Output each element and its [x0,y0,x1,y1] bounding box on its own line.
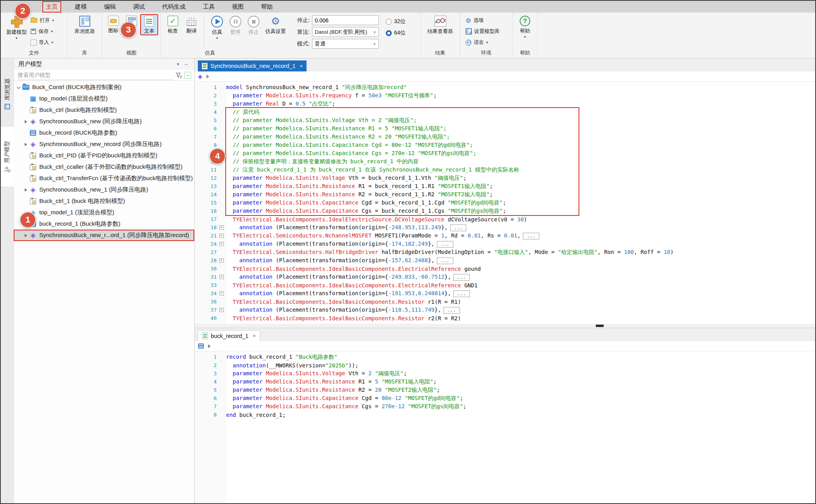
tree-item[interactable]: Buck_ctrl_1 (buck 电路控制模型) [14,195,194,207]
result-viewer-button[interactable]: 结果查看器 [424,15,456,35]
collapsed-code-box[interactable]: ... [523,233,539,239]
collapsed-code-box[interactable]: ... [453,290,470,297]
options-button[interactable]: ⚙ 选项 [466,16,500,25]
fold-marker-icon[interactable]: + [217,234,226,238]
save-button[interactable]: 保存 ▾ [31,27,54,36]
menu-item-视图[interactable]: 视图 [229,2,246,12]
tree-item[interactable]: ◈SynchronousBuck_new (同步降压电路) [14,116,194,127]
line-number: 4 [195,379,217,385]
tree-expander-icon[interactable] [22,188,29,192]
code-line: 40 TYElectrical.BasicComponents.IdealBas… [195,314,815,322]
collapsed-code-box[interactable]: ... [437,257,453,264]
menu-item-帮助[interactable]: 帮助 [258,2,276,12]
collapsed-code-box[interactable]: ... [444,307,460,314]
sim-settings-button[interactable]: ⚙ 仿真设置 [263,15,288,35]
tree-item[interactable]: buck_record (BUCK电路参数) [14,127,194,139]
folder-icon [31,18,37,23]
tree-item[interactable]: buck_record_1 (Buck电路参数) [14,218,194,230]
library-browser-button[interactable]: 库浏览器 [72,15,97,35]
language-button[interactable]: 语言 ▾ [466,38,500,47]
search-input[interactable] [18,71,173,80]
fold-marker-icon[interactable]: + [217,225,226,230]
tree-item[interactable]: Buck_ctrl_TransferFcn (基于传递函数的buck电路控制模型… [14,173,194,184]
tree-item[interactable]: ◈SynchronousBuck_new_record (同步降压电路) [14,139,194,150]
code-text: // parameter Modelica.SIunits.Resistance… [226,125,447,132]
tab-buck-record-1[interactable]: buck_record_1 × [198,330,260,341]
tree-expander-icon[interactable] [15,87,22,88]
record-doc-icon [202,332,208,339]
expand-arrow-icon[interactable] [208,344,211,348]
collapsed-code-box[interactable]: ... [453,274,470,281]
line-number: 37 [195,307,217,313]
tree-item[interactable]: ◈SynchronousBuck_new_r...ord_1 (同步降压电路加r… [14,230,194,241]
code-line: 17 TYElectrical.BasicComponents.IdealEle… [195,215,815,223]
collapsed-code-box[interactable]: ... [437,241,453,248]
collapsed-code-box[interactable]: ... [450,225,467,231]
mode-select[interactable]: 普通 ∨ [312,39,379,49]
canvas-icon [29,107,37,113]
tree-item[interactable]: Buck_ctrl_ccaller (基于外部C函数的buck电路控制模型) [14,161,194,173]
tree-expander-icon[interactable] [22,120,29,123]
fold-marker-icon[interactable]: + [217,258,226,263]
bit32-radio[interactable]: 32位 [386,18,406,25]
tree-item[interactable]: Buck_Contrl (BUCK电路控制案例) [14,82,194,93]
sidebar-tab-user-models[interactable]: 用户模型 [1,127,14,186]
code-editor-bottom[interactable]: 1record buck_record_1 "Buck电路参数"2 annota… [195,351,815,503]
code-line: 11 // 注意 buck_record_1_1 为 buck_record_1… [195,166,815,174]
set-model-library-button[interactable]: 设置模型库 [466,27,500,36]
ribbon-group-result: 结果查看器 结果 [421,13,460,58]
close-icon[interactable]: × [253,333,256,339]
horizontal-scrollbar[interactable] [195,324,815,328]
check-button[interactable]: ✓ 检查 [164,15,181,35]
ribbon-group-env: ⚙ 选项 设置模型库 语言 ▾ 环境 [460,13,513,58]
divider [204,16,204,49]
tree-item[interactable]: top_model (顶层混合模型) [14,93,194,104]
fold-marker-icon[interactable]: + [217,308,226,312]
group-label-result: 结果 [421,49,460,58]
tree-item[interactable]: ◈top_model_1 (顶层混合模型) [14,207,194,218]
stop-time-input[interactable] [312,15,379,25]
filter-icon[interactable] [176,72,182,79]
panel-menu-icon[interactable]: ▾ [174,62,182,67]
simulate-button[interactable]: 仿真 ▾ [208,15,226,39]
bit64-radio[interactable]: 64位 [386,29,406,37]
menu-item-编辑[interactable]: 编辑 [101,2,119,12]
help-button[interactable]: ? 帮助 ▾ [516,15,534,38]
expand-arrow-icon[interactable] [206,75,209,79]
sidebar-tab-library-browser[interactable]: 库浏览器 [1,64,14,124]
panel-minimize-icon[interactable]: ─ [182,62,190,67]
stop-icon [248,16,259,27]
radio-selected-icon [386,30,392,36]
tree-item-label: Buck_ctrl_1 (buck 电路控制模型) [39,197,125,205]
tab-synchronousbuck-new-record-1[interactable]: SynchronousBuck_new_record_1 × [198,60,307,71]
close-icon[interactable]: × [300,63,303,69]
pause-button[interactable]: 暂停 [227,15,244,36]
fold-marker-icon[interactable]: + [217,275,226,279]
icon-view-button[interactable]: 图标 [105,15,122,34]
stop-time-label: 停止: [292,17,310,24]
menu-item-代码生成[interactable]: 代码生成 [159,2,188,12]
check-icon: ✓ [168,16,178,26]
tree-item[interactable]: Buck_ctrl_PID (基于PID的buck电路控制模型) [14,150,194,161]
tree-item[interactable]: ◈SynchronousBuck_new_1 (同步降压电路) [14,184,194,195]
translate-button[interactable]: ↓↓↓ 翻译 [183,15,200,35]
algorithm-select[interactable]: Dassl (BDF,变阶,刚性) ∨ [312,27,379,37]
code-editor-top[interactable]: 1model SynchronousBuck_new_record_1 "同步降… [195,82,815,324]
collapse-all-icon[interactable]: − [184,72,191,79]
line-number: 6 [195,395,217,401]
menu-item-主页[interactable]: 主页 [43,2,60,12]
import-button[interactable]: ↓ 导入 ▾ [31,38,54,47]
tree-item[interactable]: Buck_ctrl (buck电路控制模型) [14,104,194,116]
stop-sim-button[interactable]: 停止 [245,15,262,36]
tree-expander-icon[interactable] [22,234,29,237]
fold-marker-icon[interactable]: + [217,242,226,246]
text-view-button[interactable]: 文本 [141,15,157,35]
tree-expander-icon[interactable] [22,143,29,146]
menu-item-工具[interactable]: 工具 [200,2,217,12]
fold-marker-icon[interactable]: + [217,291,226,296]
menu-item-建模[interactable]: 建模 [72,2,89,12]
scrollbar-thumb[interactable] [596,325,604,327]
open-button[interactable]: 打开 ▾ [31,16,54,25]
menu-item-调试[interactable]: 调试 [130,2,148,12]
code-text: // parameter Modelica.SIunits.Capacitanc… [226,142,473,149]
